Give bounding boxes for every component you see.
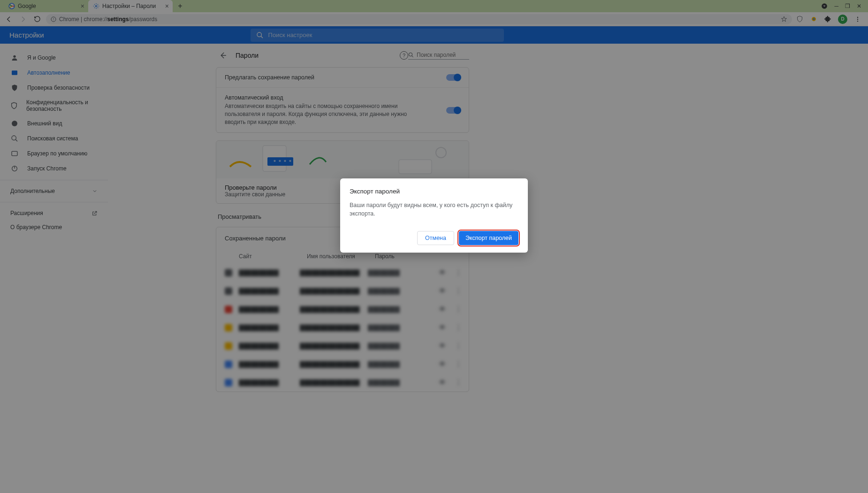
dialog-title: Экспорт паролей [350, 188, 518, 195]
dialog-body: Ваши пароли будут видны всем, у кого ест… [350, 201, 518, 218]
modal-overlay: Экспорт паролей Ваши пароли будут видны … [0, 0, 868, 493]
export-passwords-dialog: Экспорт паролей Ваши пароли будут видны … [340, 178, 528, 253]
cancel-button[interactable]: Отмена [417, 231, 454, 245]
dialog-actions: Отмена Экспорт паролей [350, 231, 518, 245]
export-passwords-button[interactable]: Экспорт паролей [459, 231, 518, 245]
